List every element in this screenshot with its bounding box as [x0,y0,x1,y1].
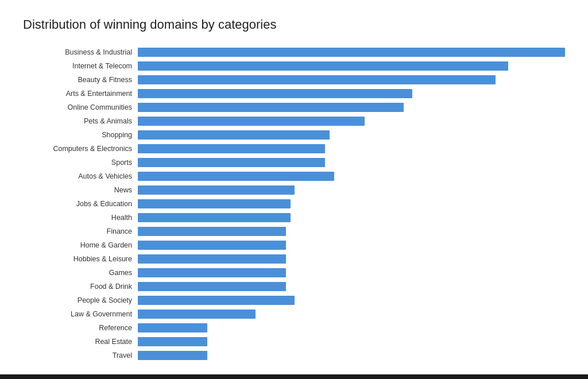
bar-track [138,323,565,332]
bar-fill [138,158,325,167]
bar-row: Internet & Telecom [23,60,565,72]
bar-fill [138,296,295,305]
bar-row: Pets & Animals [23,115,565,127]
bar-row: Travel [23,349,565,362]
bar-row: Beauty & Fitness [23,74,565,86]
bar-label: Computers & Electronics [23,145,138,153]
bar-row: Arts & Entertainment [23,87,565,100]
bar-track [138,117,565,126]
bar-track [138,103,565,112]
bar-track [138,268,565,277]
chart-container: Distribution of winning domains by categ… [0,0,588,374]
bar-row: Law & Government [23,308,565,320]
bar-row: Computers & Electronics [23,142,565,155]
bar-fill [138,130,330,140]
bar-label: Hobbies & Leisure [23,255,138,263]
bar-track [138,296,565,305]
bar-fill [138,227,286,236]
bar-track [138,144,565,153]
bar-row: News [23,184,565,196]
bar-row: Reference [23,322,565,334]
bar-row: Autos & Vehicles [23,170,565,183]
bar-label: People & Society [23,296,138,304]
bar-fill [138,310,256,319]
bar-track [138,185,565,195]
bar-fill [138,351,207,360]
bar-label: Finance [23,227,138,235]
bar-row: People & Society [23,294,565,307]
bar-label: Arts & Entertainment [23,90,138,98]
bar-label: Internet & Telecom [23,62,138,70]
bar-track [138,310,565,319]
bar-track [138,130,565,140]
bar-fill [138,48,565,57]
bar-track [138,199,565,208]
bar-fill [138,103,404,112]
bar-row: Health [23,211,565,224]
bar-label: Jobs & Education [23,200,138,208]
bar-track [138,241,565,250]
bar-fill [138,185,295,195]
bar-row: Jobs & Education [23,198,565,210]
bar-label: Autos & Vehicles [23,172,138,180]
bar-fill [138,199,291,208]
bar-label: Health [23,214,138,222]
chart-title: Distribution of winning domains by categ… [23,17,565,32]
bar-track [138,213,565,222]
bar-track [138,75,565,84]
bar-fill [138,268,286,277]
bar-fill [138,144,325,153]
bar-row: Online Communities [23,101,565,114]
bar-track [138,282,565,291]
bar-row: Sports [23,156,565,169]
bar-label: News [23,186,138,194]
bar-label: Food & Drink [23,283,138,291]
bar-track [138,172,565,181]
bar-row: Business & Industrial [23,46,565,59]
bar-label: Shopping [23,131,138,139]
bar-fill [138,61,508,71]
bar-fill [138,213,291,222]
bar-row: Games [23,266,565,279]
bar-fill [138,75,496,84]
bar-row: Shopping [23,129,565,141]
bar-track [138,227,565,236]
bar-label: Business & Industrial [23,48,138,56]
bar-track [138,254,565,264]
bar-label: Beauty & Fitness [23,76,138,84]
bar-track [138,89,565,98]
bar-row: Real Estate [23,335,565,348]
bar-label: Games [23,269,138,277]
footer: semrush.com SEMRUSH [0,374,588,379]
bar-label: Pets & Animals [23,117,138,125]
bar-track [138,48,565,57]
bar-fill [138,337,207,346]
bar-fill [138,254,286,264]
bar-row: Hobbies & Leisure [23,253,565,265]
bar-track [138,158,565,167]
bar-fill [138,241,286,250]
bar-track [138,351,565,360]
bar-row: Food & Drink [23,280,565,293]
bar-label: Sports [23,158,138,167]
bar-fill [138,172,334,181]
chart-area: Business & IndustrialInternet & TelecomB… [23,46,565,363]
bar-label: Law & Government [23,310,138,318]
bar-fill [138,282,286,291]
bar-track [138,337,565,346]
bar-fill [138,117,365,126]
bar-row: Home & Garden [23,239,565,252]
bar-label: Online Communities [23,103,138,111]
bar-label: Home & Garden [23,241,138,249]
bar-fill [138,323,207,332]
bar-fill [138,89,412,98]
bar-label: Reference [23,324,138,332]
bar-track [138,61,565,71]
bar-label: Travel [23,351,138,359]
bar-row: Finance [23,225,565,238]
bar-label: Real Estate [23,338,138,346]
